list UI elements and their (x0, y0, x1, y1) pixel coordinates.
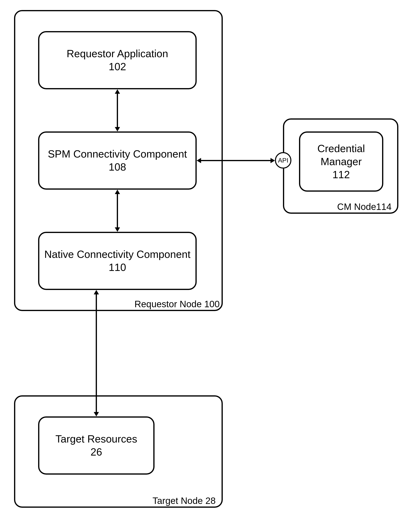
svg-marker-10 (197, 158, 201, 163)
arrow-spm-native (112, 190, 123, 232)
api-label: API (278, 157, 288, 164)
diagram-canvas: Requestor Node 100 Requestor Application… (0, 0, 415, 532)
target-resources-number: 26 (91, 446, 102, 458)
native-connectivity-number: 110 (109, 261, 126, 274)
arrow-requestor-spm (112, 89, 123, 132)
credential-manager-title-2: Manager (321, 155, 362, 168)
native-connectivity-title: Native Connectivity Component (44, 248, 190, 261)
credential-manager-title-1: Credential (317, 142, 365, 155)
svg-marker-5 (115, 227, 120, 232)
arrow-spm-api (197, 155, 275, 166)
native-connectivity-box: Native Connectivity Component 110 (38, 232, 197, 290)
target-resources-title: Target Resources (55, 432, 137, 446)
svg-marker-4 (115, 190, 120, 194)
target-node-label: Target Node 28 (152, 495, 216, 506)
arrow-native-target (91, 290, 101, 416)
svg-marker-1 (115, 89, 120, 94)
svg-marker-8 (94, 412, 99, 416)
target-resources-box: Target Resources 26 (38, 416, 154, 475)
requestor-application-number: 102 (109, 60, 126, 73)
spm-connectivity-title: SPM Connectivity Component (48, 148, 187, 161)
requestor-node-label: Requestor Node 100 (134, 299, 220, 309)
credential-manager-number: 112 (332, 168, 350, 181)
cm-node-label: CM Node114 (337, 201, 392, 212)
spm-connectivity-box: SPM Connectivity Component 108 (38, 132, 197, 190)
svg-marker-7 (94, 290, 99, 294)
requestor-application-title: Requestor Application (67, 47, 168, 60)
svg-marker-2 (115, 127, 120, 132)
svg-marker-11 (271, 158, 275, 163)
api-circle: API (275, 152, 291, 169)
credential-manager-box: Credential Manager 112 (299, 132, 383, 192)
spm-connectivity-number: 108 (109, 161, 126, 174)
requestor-application-box: Requestor Application 102 (38, 31, 197, 89)
